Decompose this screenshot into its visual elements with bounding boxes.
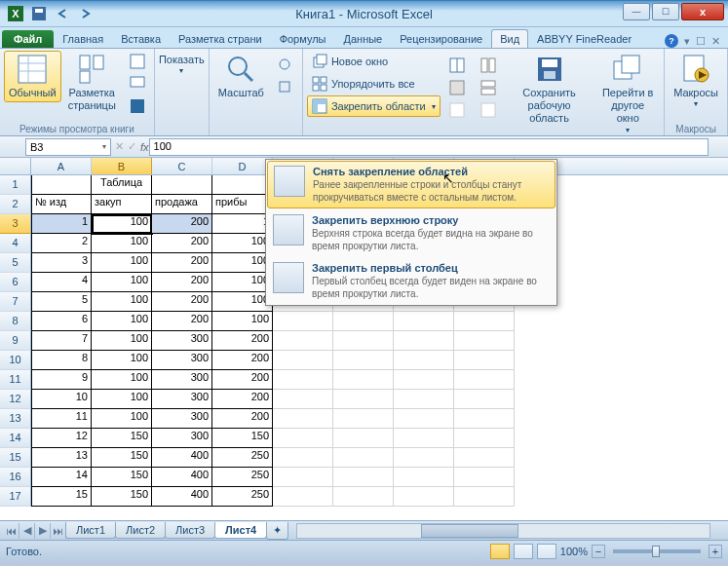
cell[interactable]: 300 xyxy=(152,390,212,409)
cell[interactable]: 100 xyxy=(212,312,273,331)
zoom-out-button[interactable]: − xyxy=(592,545,605,558)
hide-icon[interactable] xyxy=(444,77,470,98)
arrange-all-button[interactable]: Упорядочить все xyxy=(307,73,441,94)
cell[interactable] xyxy=(394,370,454,390)
formula-bar[interactable]: 100 xyxy=(149,138,709,156)
cell[interactable] xyxy=(454,351,515,370)
freeze-top-row-item[interactable]: Закрепить верхнюю строку Верхняя строка … xyxy=(266,209,556,257)
cell[interactable]: продажа xyxy=(152,195,212,214)
cell[interactable]: 14 xyxy=(31,468,92,487)
page-layout-status-icon[interactable] xyxy=(514,544,533,559)
cell[interactable]: 9 xyxy=(31,370,92,390)
new-window-button[interactable]: Новое окно xyxy=(307,51,441,72)
side-by-side-icon[interactable] xyxy=(476,77,501,98)
horizontal-scrollbar[interactable] xyxy=(296,523,710,539)
cell[interactable]: 200 xyxy=(212,331,273,351)
zoom-button[interactable]: Масштаб xyxy=(213,51,269,102)
tab-abbyy[interactable]: ABBYY FineReader xyxy=(528,29,640,48)
cell[interactable]: 400 xyxy=(152,448,212,468)
cancel-formula-icon[interactable]: ✕ xyxy=(115,140,124,153)
cell[interactable]: 250 xyxy=(212,468,273,487)
cell[interactable]: 400 xyxy=(152,487,212,507)
cell[interactable]: 100 xyxy=(92,370,152,390)
cell[interactable]: 300 xyxy=(152,351,212,370)
row-header[interactable]: 4 xyxy=(0,234,31,253)
cell[interactable]: 250 xyxy=(212,448,273,468)
cell[interactable]: 200 xyxy=(152,214,212,234)
cell[interactable] xyxy=(333,351,394,370)
cell[interactable] xyxy=(333,487,394,507)
cell[interactable]: 400 xyxy=(152,468,212,487)
cell[interactable]: 7 xyxy=(31,331,92,351)
cell[interactable]: 150 xyxy=(92,487,152,507)
cell[interactable]: № изд xyxy=(31,195,92,214)
reset-position-icon[interactable] xyxy=(476,99,501,121)
cell[interactable] xyxy=(394,351,454,370)
scrollbar-thumb[interactable] xyxy=(421,524,518,538)
name-box[interactable]: B3▾ xyxy=(25,138,111,156)
zoom-slider-thumb[interactable] xyxy=(652,546,660,557)
col-header[interactable]: A xyxy=(31,158,92,174)
cell[interactable]: 150 xyxy=(212,429,273,448)
cell[interactable]: 100 xyxy=(212,273,273,292)
split-icon[interactable] xyxy=(444,55,470,76)
cell[interactable]: 300 xyxy=(152,331,212,351)
cell[interactable] xyxy=(454,487,515,507)
cell[interactable] xyxy=(273,487,333,507)
cell[interactable]: 3 xyxy=(31,253,92,273)
row-header[interactable]: 6 xyxy=(0,273,31,292)
cell[interactable] xyxy=(454,448,515,468)
sheet-tab[interactable]: Лист4 xyxy=(214,522,267,539)
help-icon[interactable]: ? xyxy=(665,34,678,48)
enter-formula-icon[interactable]: ✓ xyxy=(128,140,136,153)
cell[interactable]: 100 xyxy=(92,331,152,351)
tab-review[interactable]: Рецензирование xyxy=(391,29,491,48)
row-header[interactable]: 9 xyxy=(0,331,31,351)
cell[interactable]: 100 xyxy=(212,234,273,253)
close-button[interactable]: x xyxy=(681,3,724,20)
next-sheet-icon[interactable]: ▶ xyxy=(35,523,51,539)
freeze-panes-button[interactable]: Закрепить области▾ xyxy=(307,95,441,117)
cell[interactable] xyxy=(454,429,515,448)
sheet-tab[interactable]: Лист1 xyxy=(65,522,116,539)
cell[interactable]: 10 xyxy=(31,390,92,409)
row-header[interactable]: 12 xyxy=(0,390,31,409)
cell[interactable] xyxy=(273,468,333,487)
sync-scroll-icon[interactable] xyxy=(476,55,501,76)
normal-view-status-icon[interactable] xyxy=(490,544,510,559)
cell[interactable] xyxy=(152,175,212,195)
cell[interactable] xyxy=(273,312,333,331)
unhide-icon[interactable] xyxy=(444,99,470,121)
cell[interactable]: 200 xyxy=(212,370,273,390)
cell[interactable]: 100 xyxy=(92,253,152,273)
row-header[interactable]: 3 xyxy=(0,214,31,234)
cell[interactable] xyxy=(394,312,454,331)
row-header[interactable]: 15 xyxy=(0,448,31,468)
zoom-level[interactable]: 100% xyxy=(560,546,588,557)
cell[interactable]: 8 xyxy=(31,351,92,370)
page-layout-button[interactable]: Разметка страницы xyxy=(63,51,121,115)
zoom-in-button[interactable]: + xyxy=(709,545,722,558)
page-break-status-icon[interactable] xyxy=(537,544,556,559)
row-header[interactable]: 5 xyxy=(0,253,31,273)
cell[interactable]: 100 xyxy=(92,273,152,292)
cell[interactable]: 100 xyxy=(212,292,273,312)
cell[interactable] xyxy=(454,312,515,331)
unfreeze-panes-item[interactable]: Снять закрепление областей Ранее закрепл… xyxy=(267,161,556,208)
doc-restore-icon[interactable]: ☐ xyxy=(696,35,706,48)
row-header[interactable]: 16 xyxy=(0,468,31,487)
cell[interactable] xyxy=(394,390,454,409)
cell[interactable] xyxy=(273,409,333,429)
new-sheet-icon[interactable]: ✦ xyxy=(266,522,288,540)
show-button[interactable]: Показать ▾ xyxy=(159,51,205,79)
cell[interactable]: 150 xyxy=(92,468,152,487)
cell[interactable]: 200 xyxy=(212,351,273,370)
cell[interactable]: 100 xyxy=(92,351,152,370)
cell[interactable]: 200 xyxy=(152,234,212,253)
cell[interactable] xyxy=(31,175,92,195)
cell[interactable]: 200 xyxy=(212,409,273,429)
cell[interactable]: 150 xyxy=(92,448,152,468)
cell[interactable] xyxy=(454,409,515,429)
cell[interactable] xyxy=(454,331,515,351)
cell[interactable]: 5 xyxy=(31,292,92,312)
